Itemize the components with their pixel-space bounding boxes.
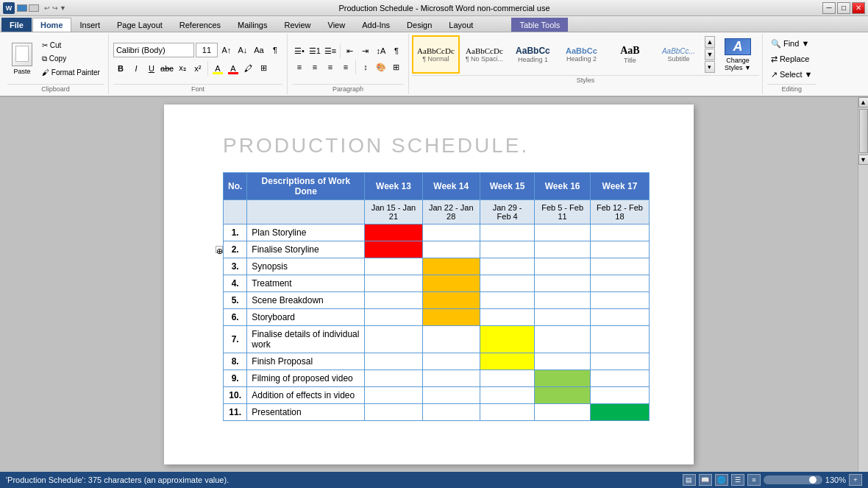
- format-painter-button[interactable]: 🖌 Format Painter: [38, 66, 104, 79]
- tab-design[interactable]: Design: [399, 18, 440, 32]
- close-button[interactable]: ✕: [852, 2, 865, 14]
- date-week16: Feb 5 - Feb 11: [535, 200, 590, 224]
- web-layout-button[interactable]: 🌐: [715, 474, 728, 486]
- row-cell: [535, 292, 590, 309]
- row-cell: [590, 353, 649, 370]
- row-cell: [590, 387, 649, 404]
- row-cell: [535, 258, 590, 275]
- increase-indent-button[interactable]: ⇥: [358, 43, 373, 58]
- show-hide-button[interactable]: ¶: [268, 43, 282, 57]
- sort-button[interactable]: ↕A: [374, 43, 388, 58]
- align-right-button[interactable]: ≡: [323, 60, 338, 74]
- style-normal[interactable]: AaBbCcDc ¶ Normal: [412, 35, 460, 74]
- tab-references[interactable]: References: [171, 18, 229, 32]
- style-heading1[interactable]: AaBbCc Heading 1: [509, 35, 557, 74]
- print-layout-button[interactable]: ▤: [683, 474, 696, 486]
- justify-button[interactable]: ≡: [338, 60, 353, 74]
- zoom-in-button[interactable]: +: [849, 474, 862, 486]
- tab-insert[interactable]: Insert: [72, 18, 109, 32]
- row-cell: [365, 370, 422, 387]
- editing-group: 🔍 Find ▼ ⇄ Replace ↗ Select ▼ Editing: [763, 34, 821, 94]
- font-size-input[interactable]: [196, 43, 218, 57]
- maximize-button[interactable]: □: [837, 2, 850, 14]
- row-cell: [422, 258, 480, 275]
- change-styles-button[interactable]: A Change Styles ▼: [716, 35, 759, 74]
- style-subtitle[interactable]: AaBbCc... Subtitle: [655, 35, 702, 74]
- row-number: 11.: [224, 404, 247, 421]
- tab-review[interactable]: Review: [276, 18, 319, 32]
- scroll-down-arrow[interactable]: ▼: [858, 155, 869, 165]
- decrease-indent-button[interactable]: ⇤: [343, 43, 357, 58]
- table-row: 5.Scene Breakdown: [224, 292, 650, 309]
- borders-para-button[interactable]: ⊞: [389, 60, 404, 74]
- row-cell: [422, 309, 480, 326]
- row-desc: Plan Storyline: [247, 224, 365, 241]
- scroll-up-arrow[interactable]: ▲: [858, 97, 869, 107]
- table-row: 4.Treatment: [224, 275, 650, 292]
- numbering-button[interactable]: ☰1: [307, 43, 322, 58]
- subscript-button[interactable]: x₂: [175, 61, 190, 76]
- font-name-input[interactable]: [113, 43, 194, 57]
- font-shrink-button[interactable]: A↓: [235, 43, 250, 57]
- select-button[interactable]: ↗ Select ▼: [767, 68, 817, 82]
- cut-button[interactable]: ✂ Cut: [38, 39, 104, 52]
- font-grow-button[interactable]: A↑: [219, 43, 234, 57]
- multilevel-button[interactable]: ☰≡: [323, 43, 338, 58]
- tab-layout[interactable]: Layout: [441, 18, 481, 32]
- borders-button[interactable]: ⊞: [257, 61, 271, 76]
- clear-formatting-button[interactable]: Aa: [252, 43, 266, 57]
- line-spacing-button[interactable]: ↕: [358, 60, 373, 74]
- scroll-thumb[interactable]: [859, 109, 868, 153]
- bullets-button[interactable]: ☰•: [292, 43, 307, 58]
- row-cell: [365, 353, 422, 370]
- row-desc: Finalise Storyline: [247, 241, 365, 258]
- shading-button[interactable]: 🖍: [241, 61, 256, 76]
- strikethrough-button[interactable]: abc: [160, 61, 174, 76]
- style-heading2[interactable]: AaBbCc Heading 2: [558, 35, 605, 74]
- style-no-spacing[interactable]: AaBbCcDc ¶ No Spaci...: [460, 35, 508, 74]
- tab-add-ins[interactable]: Add-Ins: [354, 18, 398, 32]
- paste-button[interactable]: Paste: [7, 40, 37, 78]
- full-reading-button[interactable]: 📖: [699, 474, 712, 486]
- row-cell: [480, 292, 535, 309]
- superscript-button[interactable]: x²: [191, 61, 205, 76]
- tab-home[interactable]: Home: [32, 18, 71, 32]
- replace-button[interactable]: ⇄ Replace: [767, 52, 817, 66]
- font-color-button[interactable]: A: [226, 61, 241, 76]
- styles-scroll-down[interactable]: ▼: [705, 49, 715, 60]
- outline-button[interactable]: ☰: [731, 474, 744, 486]
- schedule-table: No. Descriptions of Work Done Week 13 We…: [223, 172, 650, 421]
- shading-para-button[interactable]: 🎨: [374, 60, 388, 74]
- styles-expand[interactable]: ▾: [705, 61, 715, 73]
- row-cell: [422, 404, 480, 421]
- row-cell: [365, 241, 422, 258]
- bold-button[interactable]: B: [113, 61, 128, 76]
- minimize-button[interactable]: ─: [822, 2, 836, 14]
- tab-file[interactable]: File: [1, 18, 32, 32]
- copy-button[interactable]: ⧉ Copy: [38, 52, 104, 66]
- style-title[interactable]: AaB Title: [606, 35, 654, 74]
- tab-mailings[interactable]: Mailings: [230, 18, 275, 32]
- align-left-button[interactable]: ≡: [292, 60, 307, 74]
- table-move-handle[interactable]: ⊕: [216, 246, 223, 253]
- row-cell: [422, 275, 480, 292]
- row-desc: Treatment: [247, 275, 365, 292]
- find-button[interactable]: 🔍 Find ▼: [767, 37, 817, 51]
- align-center-button[interactable]: ≡: [307, 60, 322, 74]
- tab-page-layout[interactable]: Page Layout: [109, 18, 171, 32]
- clipboard-group: Paste ✂ Cut ⧉ Copy 🖌 Format Painter Clip…: [3, 34, 109, 94]
- styles-group: AaBbCcDc ¶ Normal AaBbCcDc ¶ No Spaci...…: [409, 34, 763, 94]
- paragraph-group: ☰• ☰1 ☰≡ ⇤ ⇥ ↕A ¶ ≡ ≡ ≡ ≡ ↕ 🎨 ⊞ Paragrap…: [288, 34, 409, 94]
- tab-view[interactable]: View: [320, 18, 354, 32]
- text-highlight-button[interactable]: A: [210, 61, 225, 76]
- row-cell: [535, 241, 590, 258]
- underline-button[interactable]: U: [144, 61, 159, 76]
- draft-button[interactable]: ≡: [747, 474, 761, 486]
- show-hide-para-button[interactable]: ¶: [389, 43, 404, 58]
- row-cell: [365, 258, 422, 275]
- tab-table-tools[interactable]: Table Tools: [511, 18, 568, 32]
- ribbon-tabs: File Home Insert Page Layout References …: [0, 16, 868, 32]
- zoom-slider[interactable]: [764, 475, 822, 484]
- italic-button[interactable]: I: [129, 61, 143, 76]
- styles-scroll-up[interactable]: ▲: [705, 36, 715, 48]
